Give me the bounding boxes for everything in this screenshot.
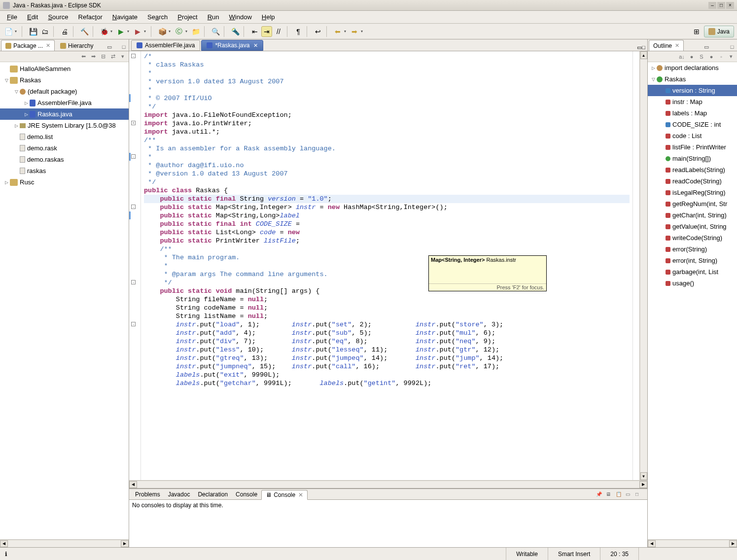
code-line[interactable]: instr.put("div", 7); instr.put("eq", 8);… xyxy=(144,337,630,346)
outline-item[interactable]: isLegalReg(String) xyxy=(648,187,737,198)
close-icon[interactable]: ✕ xyxy=(46,42,50,49)
code-line[interactable]: String codeName = null; xyxy=(144,304,630,312)
tree-item[interactable]: demo.raskas xyxy=(0,154,129,165)
code-line[interactable]: import java.io.PrintWriter; xyxy=(144,119,630,128)
code-line[interactable]: /* xyxy=(144,52,630,61)
scroll-up-icon[interactable]: ▲ xyxy=(640,51,647,59)
minimize-pane-button[interactable]: ▭ xyxy=(105,43,113,51)
code-line[interactable]: * @author dag@ifi.uio.no xyxy=(144,161,630,170)
code-line[interactable]: * Is an assembler for a Rask assembly la… xyxy=(144,144,630,153)
outline-item[interactable]: version : String xyxy=(648,85,737,96)
code-line[interactable]: instr.put("less", 10); instr.put("lesseq… xyxy=(144,346,630,354)
code-line[interactable]: public static void main(String[] args) { xyxy=(144,287,630,295)
code-line[interactable]: public static Map<String,Integer> instr … xyxy=(144,203,630,211)
outline-minimize-button[interactable]: ▭ xyxy=(702,43,710,51)
code-line[interactable]: * © 2007 IfI/UiO xyxy=(144,94,630,103)
outline-item[interactable]: ▽Raskas xyxy=(648,73,737,85)
outline-item[interactable]: getChar(int, String) xyxy=(648,210,737,221)
close-button[interactable]: × xyxy=(726,2,734,9)
code-line[interactable]: * @version 1.0 dated 13 August 2007 xyxy=(144,170,630,178)
editor-ruler[interactable]: -+---- xyxy=(129,51,141,480)
outline-item[interactable]: listFile : PrintWriter xyxy=(648,141,737,153)
code-line[interactable]: * version 1.0 dated 13 August 2007 xyxy=(144,77,630,86)
editor-maximize-button[interactable]: □ xyxy=(642,44,645,51)
save-all-button[interactable]: 🗂 xyxy=(39,26,50,37)
collapse-all-icon[interactable]: ⊟ xyxy=(99,53,107,61)
pane-tab-hierarchy[interactable]: Hierarchy xyxy=(56,40,98,51)
code-line[interactable]: public static final String version = "1.… xyxy=(144,195,630,203)
open-perspective-button[interactable]: ⊞ xyxy=(691,26,702,37)
open-console-icon[interactable]: 📋 xyxy=(616,491,624,499)
bottom-tab-problems[interactable]: Problems xyxy=(131,490,164,499)
pkg-hscrollbar[interactable]: ◀ ▶ xyxy=(0,539,129,547)
fold-icon[interactable]: - xyxy=(131,54,136,58)
code-line[interactable]: import java.io.FileNotFoundException; xyxy=(144,111,630,119)
outline-item[interactable]: CODE_SIZE : int xyxy=(648,119,737,130)
editor-vscrollbar[interactable]: ▲ ▼ xyxy=(639,51,647,480)
code-line[interactable]: labels.put("exit", 9990L); xyxy=(144,371,630,379)
code-line[interactable]: public class Raskas { xyxy=(144,186,630,195)
java-perspective-button[interactable]: Java xyxy=(704,26,734,37)
menu-search[interactable]: Search xyxy=(142,11,173,23)
open-type-button[interactable]: 🔍 xyxy=(210,26,221,37)
tree-item[interactable]: ▷AssemblerFile.java xyxy=(0,97,129,108)
forward-button[interactable]: ➡ xyxy=(349,26,360,37)
hide-static-icon[interactable]: S xyxy=(698,53,705,61)
outline-item[interactable]: instr : Map xyxy=(648,96,737,107)
editor-hscrollbar[interactable]: ◀ ▶ xyxy=(129,480,647,488)
scroll-down-icon[interactable]: ▼ xyxy=(640,472,647,480)
minimize-button[interactable]: – xyxy=(708,2,716,9)
menu-navigate[interactable]: Navigate xyxy=(107,11,142,23)
sort-icon[interactable]: a↓ xyxy=(678,53,686,61)
outline-hscrollbar[interactable]: ◀ ▶ xyxy=(648,539,737,547)
code-line[interactable]: String fileName = null; xyxy=(144,295,630,304)
menu-file[interactable]: File xyxy=(2,11,22,23)
maximize-button[interactable]: □ xyxy=(717,2,725,9)
code-line[interactable]: * xyxy=(144,153,630,161)
back-button[interactable]: ⬅ xyxy=(332,26,343,37)
last-edit-button[interactable]: ↩ xyxy=(313,26,323,37)
bottom-tab-javadoc[interactable]: Javadoc xyxy=(164,490,194,499)
hide-nonpublic-icon[interactable]: ● xyxy=(707,53,715,61)
fold-icon[interactable]: - xyxy=(131,205,136,209)
outline-tree[interactable]: ▷import declarations▽Raskasversion : Str… xyxy=(648,62,737,539)
menu-run[interactable]: Run xyxy=(203,11,224,23)
outline-item[interactable]: code : List xyxy=(648,130,737,141)
expand-icon[interactable]: ▷ xyxy=(650,66,657,70)
hide-fields-icon[interactable]: ● xyxy=(688,53,696,61)
code-line[interactable]: labels.put("getchar", 9991L); labels.put… xyxy=(144,379,630,387)
expand-icon[interactable]: ▷ xyxy=(23,101,30,105)
expand-icon[interactable]: ▷ xyxy=(13,123,20,128)
editor-tab[interactable]: *Raskas.java✕ xyxy=(201,40,263,51)
editor-tab[interactable]: AssemblerFile.java xyxy=(131,40,200,51)
pin-console-icon[interactable]: 📌 xyxy=(596,491,604,499)
outline-item[interactable]: error(String) xyxy=(648,244,737,255)
debug-button[interactable]: 🐞 xyxy=(99,26,109,37)
outline-item[interactable]: ▷import declarations xyxy=(648,62,737,73)
menu-project[interactable]: Project xyxy=(173,11,202,23)
close-icon[interactable]: ✕ xyxy=(253,42,258,49)
new-button[interactable]: 📄 xyxy=(3,26,14,37)
outline-menu-icon[interactable]: ▾ xyxy=(727,53,735,61)
new-class-button[interactable]: Ⓒ xyxy=(174,26,184,37)
tree-item[interactable]: ▽(default package) xyxy=(0,86,129,97)
show-whitespace-button[interactable]: ¶ xyxy=(293,26,304,37)
tree-item[interactable]: HalloAlleSammen xyxy=(0,63,129,74)
ext-tools-button[interactable]: ▶ xyxy=(132,26,143,37)
forward-nav-icon[interactable]: ➡ xyxy=(89,53,97,61)
code-line[interactable]: * xyxy=(144,69,630,77)
code-line[interactable]: instr.put("gtreq", 13); instr.put("jumpe… xyxy=(144,354,630,362)
scroll-right-icon[interactable]: ▶ xyxy=(121,540,129,547)
code-line[interactable]: * xyxy=(144,86,630,94)
package-explorer-tree[interactable]: HalloAlleSammen▽Raskas▽(default package)… xyxy=(0,62,129,539)
code-area[interactable]: /* * class Raskas * * version 1.0 dated … xyxy=(141,51,632,480)
scroll-right-icon[interactable]: ▶ xyxy=(639,481,647,488)
code-line[interactable]: /** xyxy=(144,245,630,253)
code-line[interactable]: public static PrintWriter listFile; xyxy=(144,237,630,245)
outdent-button[interactable]: ⇤ xyxy=(249,26,260,37)
scroll-left-icon[interactable]: ◀ xyxy=(129,481,137,488)
save-button[interactable]: 💾 xyxy=(28,26,38,37)
expand-icon[interactable]: ▷ xyxy=(3,180,10,185)
run-button[interactable]: ▶ xyxy=(115,26,126,37)
outline-item[interactable]: garbage(int, List xyxy=(648,266,737,278)
